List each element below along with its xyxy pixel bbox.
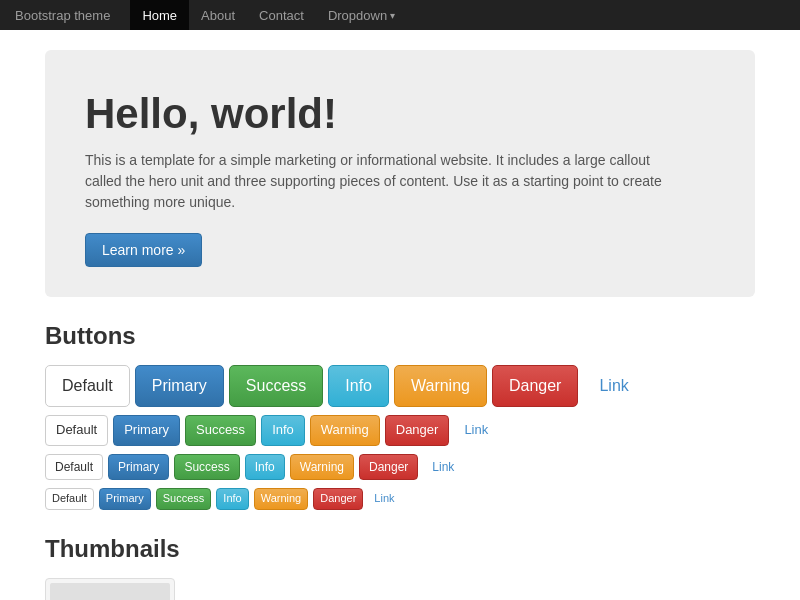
btn-primary-lg[interactable]: Primary	[135, 365, 224, 407]
dropdown-arrow-icon: ▾	[390, 10, 395, 21]
btn-default-lg[interactable]: Default	[45, 365, 130, 407]
btn-row-small: Default Primary Success Info Warning Dan…	[45, 454, 755, 481]
buttons-section-title: Buttons	[45, 322, 755, 350]
btn-primary-xs[interactable]: Primary	[99, 488, 151, 509]
navbar: Bootstrap theme Home About Contact Dropd…	[0, 0, 800, 30]
hero-unit: Hello, world! This is a template for a s…	[45, 50, 755, 297]
btn-danger-sm[interactable]: Danger	[359, 454, 418, 481]
thumbnails-section-title: Thumbnails	[45, 535, 755, 563]
nav-item-about[interactable]: About	[189, 0, 247, 30]
btn-danger-lg[interactable]: Danger	[492, 365, 578, 407]
thumbnails-section: Thumbnails 200x200	[45, 535, 755, 600]
btn-info-xs[interactable]: Info	[216, 488, 248, 509]
btn-primary-sm[interactable]: Primary	[108, 454, 169, 481]
btn-success-xs[interactable]: Success	[156, 488, 212, 509]
btn-info-lg[interactable]: Info	[328, 365, 389, 407]
btn-row-large: Default Primary Success Info Warning Dan…	[45, 365, 755, 407]
btn-link-xs[interactable]: Link	[368, 489, 400, 508]
hero-title: Hello, world!	[85, 90, 715, 138]
btn-info-sm[interactable]: Info	[245, 454, 285, 481]
btn-link-md[interactable]: Link	[454, 416, 498, 444]
btn-row-xsmall: Default Primary Success Info Warning Dan…	[45, 488, 755, 509]
btn-success-sm[interactable]: Success	[174, 454, 239, 481]
buttons-section: Buttons Default Primary Success Info War…	[45, 322, 755, 510]
btn-danger-md[interactable]: Danger	[385, 415, 450, 445]
main-container: Hello, world! This is a template for a s…	[30, 30, 770, 600]
learn-more-button[interactable]: Learn more »	[85, 233, 202, 267]
thumbnail-item[interactable]: 200x200	[45, 578, 175, 600]
btn-warning-sm[interactable]: Warning	[290, 454, 354, 481]
btn-primary-md[interactable]: Primary	[113, 415, 180, 445]
nav-item-dropdown[interactable]: Dropdown ▾	[316, 0, 407, 30]
btn-info-md[interactable]: Info	[261, 415, 305, 445]
btn-warning-xs[interactable]: Warning	[254, 488, 309, 509]
btn-danger-xs[interactable]: Danger	[313, 488, 363, 509]
btn-default-xs[interactable]: Default	[45, 488, 94, 509]
btn-row-medium: Default Primary Success Info Warning Dan…	[45, 415, 755, 445]
btn-link-lg[interactable]: Link	[583, 366, 644, 406]
btn-default-md[interactable]: Default	[45, 415, 108, 445]
nav-item-contact[interactable]: Contact	[247, 0, 316, 30]
navbar-brand[interactable]: Bootstrap theme	[15, 8, 110, 23]
nav-items: Home About Contact Dropdown ▾	[130, 0, 407, 30]
hero-description: This is a template for a simple marketin…	[85, 150, 685, 213]
nav-item-home[interactable]: Home	[130, 0, 189, 30]
btn-link-sm[interactable]: Link	[423, 455, 463, 480]
btn-warning-lg[interactable]: Warning	[394, 365, 487, 407]
btn-default-sm[interactable]: Default	[45, 454, 103, 481]
btn-success-lg[interactable]: Success	[229, 365, 323, 407]
thumbnail-placeholder: 200x200	[50, 583, 170, 600]
btn-success-md[interactable]: Success	[185, 415, 256, 445]
btn-warning-md[interactable]: Warning	[310, 415, 380, 445]
